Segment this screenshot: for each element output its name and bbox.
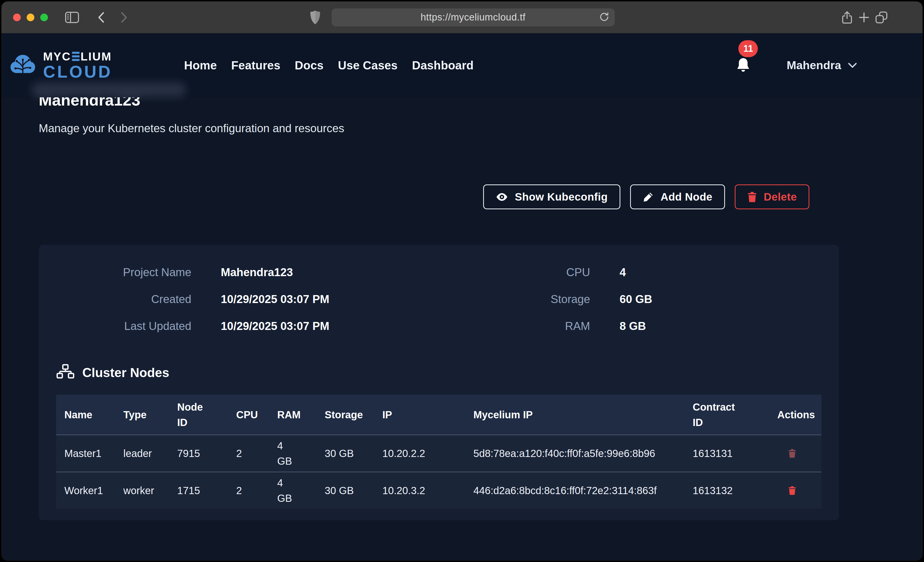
node-ip: 10.20.2.2	[374, 446, 465, 461]
node-mycelium-ip: 446:d2a6:8bcd:8c16:ff0f:72e2:3114:863f	[465, 483, 684, 498]
show-kubeconfig-button[interactable]: Show Kubeconfig	[483, 184, 620, 209]
cluster-nodes-title: Cluster Nodes	[82, 365, 169, 380]
cluster-page-content: Mahendra123 Manage your Kubernetes clust…	[2, 33, 839, 520]
sidebar-toggle-icon[interactable]	[65, 12, 79, 23]
col-node-id: Node ID	[169, 399, 228, 430]
brand-name-top: MYCLIUM	[43, 51, 112, 62]
table-row-worker1: Worker1 worker 1715 2 4 GB 30 GB 10.20.3…	[56, 472, 821, 509]
ram-value: 8 GB	[620, 318, 821, 334]
nav-link-features[interactable]: Features	[231, 58, 280, 72]
node-cpu: 2	[228, 446, 269, 461]
node-name: Worker1	[56, 483, 115, 498]
node-type: worker	[115, 483, 169, 498]
nav-link-docs[interactable]: Docs	[295, 58, 323, 72]
nav-link-home[interactable]: Home	[184, 58, 217, 72]
stylized-e-glyph	[72, 52, 80, 61]
nodes-table-header: Name Type Node ID CPU RAM Storage IP Myc…	[56, 395, 821, 435]
delete-node-button[interactable]	[788, 486, 796, 496]
reload-icon[interactable]	[599, 12, 610, 23]
col-ram: RAM	[269, 407, 316, 422]
delete-node-button-disabled[interactable]	[788, 448, 796, 459]
delete-cluster-button[interactable]: Delete	[735, 184, 809, 209]
last-updated-label: Last Updated	[56, 318, 191, 334]
mycelium-cloud-logo-icon	[9, 51, 37, 79]
trash-icon	[788, 486, 796, 496]
cluster-nodes-heading: Cluster Nodes	[56, 363, 821, 382]
user-name: Mahendra	[786, 59, 841, 72]
cluster-actions: Show Kubeconfig Add Node	[39, 184, 839, 209]
col-cpu: CPU	[228, 407, 269, 422]
url-text: https://myceliumcloud.tf	[421, 12, 525, 23]
back-icon[interactable]	[96, 11, 108, 24]
nav-link-dashboard[interactable]: Dashboard	[412, 58, 473, 72]
address-area: https://myceliumcloud.tf	[309, 1, 615, 33]
col-ip: IP	[374, 407, 465, 422]
forward-icon[interactable]	[118, 11, 129, 24]
brand-text: MYCLIUM CLOUD	[43, 51, 112, 80]
col-name: Name	[56, 407, 115, 422]
share-icon[interactable]	[841, 11, 853, 24]
created-label: Created	[56, 291, 191, 307]
project-name-label: Project Name	[56, 264, 191, 280]
node-id: 7915	[169, 446, 228, 461]
page-subtitle: Manage your Kubernetes cluster configura…	[39, 122, 839, 135]
close-window-button[interactable]	[13, 13, 21, 21]
col-contract-id: Contract ID	[684, 399, 769, 430]
notifications-button[interactable]: 11	[736, 57, 751, 73]
node-type: leader	[115, 446, 169, 461]
table-row-master1: Master1 leader 7915 2 4 GB 30 GB 10.20.2…	[56, 435, 821, 472]
eye-icon	[496, 191, 508, 203]
tab-overview-icon[interactable]	[875, 11, 888, 24]
node-storage: 30 GB	[316, 483, 374, 498]
col-actions: Actions	[769, 407, 821, 422]
brand-logo[interactable]: MYCLIUM CLOUD	[9, 51, 112, 80]
add-node-label: Add Node	[661, 191, 712, 203]
cluster-info-grid: Project Name Mahendra123 CPU 4 Created 1…	[56, 264, 821, 334]
bell-icon	[736, 57, 751, 73]
cpu-value: 4	[620, 264, 821, 280]
node-storage: 30 GB	[316, 446, 374, 461]
col-mycelium-ip: Mycelium IP	[465, 407, 684, 422]
node-id: 1715	[169, 483, 228, 498]
network-icon	[56, 363, 75, 382]
notification-count-badge: 11	[738, 40, 758, 57]
zoom-window-button[interactable]	[40, 13, 48, 21]
node-ram: 4 GB	[269, 475, 316, 506]
delete-label: Delete	[764, 191, 797, 203]
page: MYCLIUM CLOUD Home Features Docs Use Cas…	[2, 33, 922, 561]
browser-window: https://myceliumcloud.tf	[2, 1, 922, 561]
screen: https://myceliumcloud.tf	[0, 0, 924, 562]
project-name-value: Mahendra123	[221, 264, 468, 280]
chevron-down-icon	[848, 62, 857, 69]
minimize-window-button[interactable]	[27, 13, 34, 21]
node-actions	[769, 486, 821, 496]
last-updated-value: 10/29/2025 03:07 PM	[221, 318, 468, 334]
new-tab-icon[interactable]	[858, 12, 870, 23]
storage-label: Storage	[498, 291, 590, 307]
node-contract-id: 1613131	[684, 446, 769, 461]
privacy-shield-icon[interactable]	[309, 10, 321, 25]
col-storage: Storage	[316, 407, 374, 422]
url-bar[interactable]: https://myceliumcloud.tf	[332, 9, 615, 26]
node-ip: 10.20.3.2	[374, 483, 465, 498]
cpu-label: CPU	[498, 264, 590, 280]
add-node-button[interactable]: Add Node	[630, 184, 725, 209]
nav-link-use-cases[interactable]: Use Cases	[338, 58, 398, 72]
trash-icon	[788, 448, 796, 459]
node-ram: 4 GB	[269, 438, 316, 469]
user-menu[interactable]: Mahendra	[786, 59, 857, 72]
main-nav: Home Features Docs Use Cases Dashboard	[184, 58, 474, 72]
ram-label: RAM	[498, 318, 590, 334]
storage-value: 60 GB	[620, 291, 821, 307]
created-value: 10/29/2025 03:07 PM	[221, 291, 468, 307]
node-cpu: 2	[228, 483, 269, 498]
brand-name-bottom: CLOUD	[43, 63, 112, 80]
cluster-details-card: Project Name Mahendra123 CPU 4 Created 1…	[39, 245, 839, 520]
site-navbar: MYCLIUM CLOUD Home Features Docs Use Cas…	[2, 33, 922, 97]
nodes-table: Name Type Node ID CPU RAM Storage IP Myc…	[56, 395, 821, 509]
title-blur-artifact	[32, 82, 186, 97]
browser-chrome: https://myceliumcloud.tf	[2, 1, 922, 33]
trash-icon	[747, 191, 757, 203]
node-actions	[769, 448, 821, 459]
node-mycelium-ip: 5d8:78ea:a120:f40c:ff0f:a5fe:99e6:8b96	[465, 446, 684, 461]
